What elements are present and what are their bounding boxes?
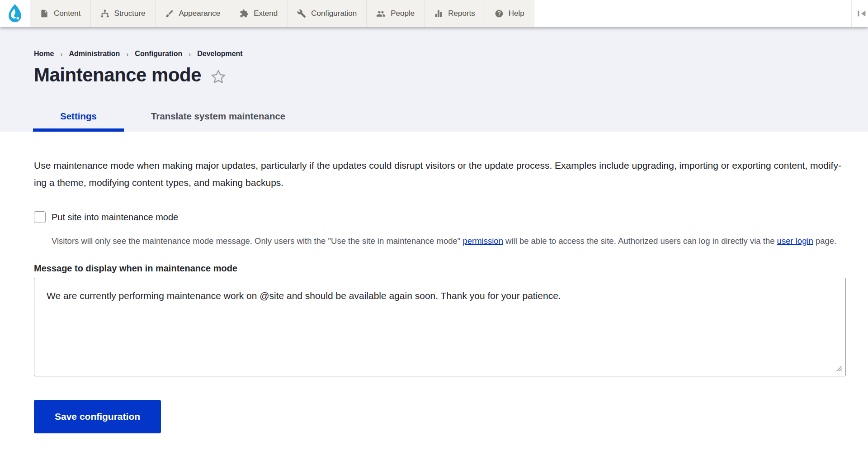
breadcrumb-link-administration[interactable]: Administration <box>69 50 120 58</box>
configuration-icon <box>297 9 306 18</box>
breadcrumb-separator: › <box>189 50 191 58</box>
drupal-logo[interactable] <box>0 0 30 27</box>
toolbar-item-label: Appearance <box>179 9 221 18</box>
breadcrumb: Home › Administration › Configuration › … <box>34 50 868 58</box>
message-textarea-wrap: We are currently performing maintenance … <box>34 278 846 376</box>
extend-icon <box>240 9 249 18</box>
page-header: Home › Administration › Configuration › … <box>0 27 868 132</box>
toolbar-item-help[interactable]: Help <box>485 0 534 27</box>
toolbar-item-people[interactable]: People <box>367 0 425 27</box>
permission-link[interactable]: permission <box>462 236 503 246</box>
breadcrumb-link-development[interactable]: Development <box>197 50 242 58</box>
description-text: will be able to access the site. Authori… <box>503 236 777 246</box>
intro-text: Use maintenance mode when making major u… <box>34 157 848 191</box>
description-text: page. <box>813 236 836 246</box>
textarea-resize-handle[interactable] <box>835 364 843 372</box>
breadcrumb-separator: › <box>60 50 62 58</box>
toolbar-item-label: Content <box>54 9 81 18</box>
structure-icon <box>100 9 109 18</box>
reports-icon <box>434 9 443 18</box>
title-row: Maintenance mode <box>34 65 868 85</box>
toolbar-spacer <box>534 0 851 27</box>
drupal-droplet-icon <box>7 4 23 23</box>
user-login-link[interactable]: user login <box>777 236 813 246</box>
content-icon <box>40 9 49 18</box>
appearance-icon <box>165 9 174 18</box>
maintenance-mode-checkbox-label: Put site into maintenance mode <box>52 212 178 223</box>
tab-translate-system-maintenance[interactable]: Translate system maintenance <box>124 111 312 132</box>
toolbar-item-content[interactable]: Content <box>30 0 91 27</box>
star-icon <box>210 69 226 85</box>
toolbar-item-label: Help <box>509 9 524 18</box>
breadcrumb-link-home[interactable]: Home <box>34 50 54 58</box>
help-icon <box>495 9 504 18</box>
save-configuration-button[interactable]: Save configuration <box>34 400 161 433</box>
maintenance-mode-checkbox-row: Put site into maintenance mode <box>34 211 868 223</box>
people-icon <box>376 9 386 19</box>
maintenance-message-textarea[interactable]: We are currently performing maintenance … <box>34 278 846 376</box>
toolbar-item-label: Extend <box>254 9 278 18</box>
page-title: Maintenance mode <box>34 66 201 85</box>
toolbar-item-appearance[interactable]: Appearance <box>156 0 231 27</box>
maintenance-mode-checkbox[interactable] <box>34 211 46 223</box>
primary-tabs: Settings Translate system maintenance <box>33 111 868 132</box>
tab-settings[interactable]: Settings <box>33 111 124 132</box>
toolbar-orientation-toggle[interactable] <box>851 0 868 27</box>
shortcut-star-button[interactable] <box>210 69 226 85</box>
main-content: Use maintenance mode when making major u… <box>0 132 868 433</box>
toolbar-item-label: Structure <box>114 9 146 18</box>
toolbar-item-reports[interactable]: Reports <box>425 0 485 27</box>
description-text: Visitors will only see the maintenance m… <box>52 236 462 246</box>
toolbar-item-configuration[interactable]: Configuration <box>288 0 367 27</box>
admin-toolbar: Content Structure Appearance Extend Conf… <box>0 0 868 27</box>
breadcrumb-link-configuration[interactable]: Configuration <box>135 50 182 58</box>
breadcrumb-separator: › <box>126 50 128 58</box>
toolbar-item-extend[interactable]: Extend <box>230 0 288 27</box>
toolbar-item-label: People <box>391 9 415 18</box>
toolbar-item-structure[interactable]: Structure <box>91 0 156 27</box>
message-field-label: Message to display when in maintenance m… <box>34 263 868 274</box>
toolbar-item-label: Reports <box>448 9 475 18</box>
resize-grip-icon <box>835 364 843 372</box>
maintenance-mode-description: Visitors will only see the maintenance m… <box>52 235 840 247</box>
toolbar-item-label: Configuration <box>311 9 357 18</box>
toolbar-collapse-icon <box>857 9 868 19</box>
